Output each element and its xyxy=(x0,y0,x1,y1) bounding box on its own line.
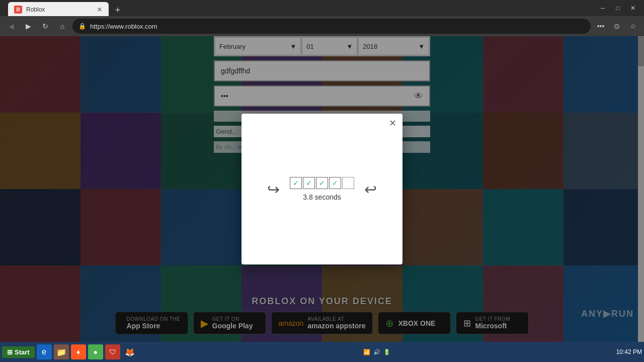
windows-icon: ⊞ xyxy=(7,348,13,356)
new-tab-button[interactable]: + xyxy=(111,3,125,17)
captcha-timer: 3.8 seconds xyxy=(303,193,341,201)
captcha-checkbox-3: ✓ xyxy=(316,177,328,189)
battery-icon: 🔋 xyxy=(383,349,390,355)
taskbar-firefox-icon[interactable]: 🦊 xyxy=(122,344,137,359)
captcha-area: ↩ ✓ ✓ ✓ ✓ 3.8 seconds ↩ xyxy=(267,177,377,201)
taskbar-explorer-icon[interactable]: 📁 xyxy=(54,344,69,359)
browser-window: R Roblox ✕ + ─ □ ✕ ◀ ▶ ↻ ⌂ 🔒 https://www… xyxy=(0,0,644,358)
system-tray: 📶 🔊 🔋 xyxy=(363,349,390,355)
clock: 10:42 PM xyxy=(616,348,642,355)
tab-favicon: R xyxy=(14,6,22,14)
pocket-button[interactable]: ⊙ xyxy=(610,19,624,33)
captcha-checkbox-5 xyxy=(342,177,354,189)
captcha-checkbox-1: ✓ xyxy=(290,177,302,189)
captcha-arrow-left[interactable]: ↩ xyxy=(267,180,280,198)
tab-bar: R Roblox ✕ + xyxy=(4,0,596,17)
nav-actions: ••• ⊙ ☆ xyxy=(594,19,640,33)
captcha-checkbox-4: ✓ xyxy=(329,177,341,189)
captcha-arrow-right[interactable]: ↩ xyxy=(364,180,377,198)
taskbar-security-icon[interactable]: 🛡 xyxy=(105,344,120,359)
close-button[interactable]: ✕ xyxy=(626,1,640,15)
captcha-checkbox-2: ✓ xyxy=(303,177,315,189)
refresh-button[interactable]: ↻ xyxy=(38,19,52,33)
tab-title: Roblox xyxy=(26,6,45,13)
taskbar-chrome-icon[interactable]: ● xyxy=(88,344,103,359)
home-button[interactable]: ⌂ xyxy=(55,19,69,33)
nav-bar: ◀ ▶ ↻ ⌂ 🔒 https://www.roblox.com ••• ⊙ ☆ xyxy=(0,16,644,36)
modal-overlay: ✕ ↩ ✓ ✓ ✓ ✓ 3.8 s xyxy=(0,36,644,342)
browser-tab[interactable]: R Roblox ✕ xyxy=(8,2,109,17)
minimize-button[interactable]: ─ xyxy=(596,1,610,15)
start-button[interactable]: ⊞ Start xyxy=(2,346,35,358)
overflow-menu-button[interactable]: ••• xyxy=(594,19,608,33)
address-bar[interactable]: 🔒 https://www.roblox.com xyxy=(72,19,591,34)
page-content: February ▼ 01 ▼ 2018 ▼ gdfgdffhd ••• xyxy=(0,36,644,342)
maximize-button[interactable]: □ xyxy=(611,1,625,15)
taskbar: ⊞ Start e 📁 ♦ ● 🛡 🦊 📶 🔊 🔋 10:42 PM xyxy=(0,342,644,362)
chrome-icon: ● xyxy=(93,348,97,356)
forward-button[interactable]: ▶ xyxy=(21,19,35,33)
captcha-checkboxes: ✓ ✓ ✓ ✓ xyxy=(290,177,354,189)
captcha-center: ✓ ✓ ✓ ✓ 3.8 seconds xyxy=(290,177,354,201)
start-label: Start xyxy=(15,348,30,356)
app1-icon: ♦ xyxy=(76,348,80,356)
firefox-icon: 🦊 xyxy=(125,347,135,357)
modal-close-button[interactable]: ✕ xyxy=(389,119,396,128)
ie-icon: e xyxy=(42,347,46,356)
captcha-modal: ✕ ↩ ✓ ✓ ✓ ✓ 3.8 s xyxy=(242,114,403,264)
captcha-controls: ↩ ✓ ✓ ✓ ✓ 3.8 seconds ↩ xyxy=(267,177,377,201)
back-button[interactable]: ◀ xyxy=(4,19,18,33)
title-bar: R Roblox ✕ + ─ □ ✕ xyxy=(0,0,644,16)
bookmark-button[interactable]: ☆ xyxy=(626,19,640,33)
security-icon: 🔒 xyxy=(78,23,86,30)
security-icon: 🛡 xyxy=(109,348,116,356)
window-controls: ─ □ ✕ xyxy=(596,1,640,15)
tab-close-button[interactable]: ✕ xyxy=(97,6,103,14)
network-icon: 📶 xyxy=(363,349,370,355)
taskbar-ie-icon[interactable]: e xyxy=(37,344,52,359)
folder-icon: 📁 xyxy=(56,347,66,357)
sound-icon: 🔊 xyxy=(373,349,380,355)
time-display: 10:42 PM xyxy=(616,348,642,355)
url-text: https://www.roblox.com xyxy=(90,23,157,30)
taskbar-app1-icon[interactable]: ♦ xyxy=(71,344,86,359)
